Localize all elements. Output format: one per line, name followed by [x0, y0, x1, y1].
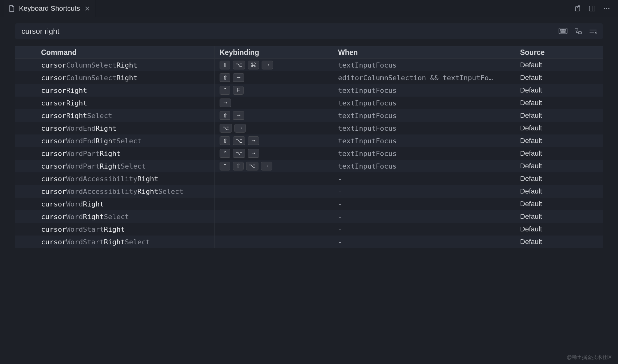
row-gutter: [15, 185, 36, 198]
col-keybinding[interactable]: Keybinding: [215, 46, 333, 58]
tab-keyboard-shortcuts[interactable]: Keyboard Shortcuts: [4, 0, 95, 17]
row-gutter: [15, 198, 36, 210]
row-gutter: [15, 147, 36, 160]
when-cell: -: [333, 223, 515, 236]
keybinding-cell: ⇧⌥⌘→: [215, 59, 333, 71]
more-actions-icon[interactable]: [603, 5, 610, 12]
svg-rect-8: [562, 29, 563, 30]
when-cell: textInputFocus: [333, 122, 515, 134]
table-row[interactable]: cursorWordAccessibilityRightSelect-Defau…: [15, 185, 603, 198]
key-cap: ⌥: [246, 162, 258, 170]
when-cell: textInputFocus: [333, 109, 515, 122]
command-cell: cursorWordRightSelect: [36, 210, 215, 223]
table-row[interactable]: cursorWordAccessibilityRight-Default: [15, 172, 603, 185]
svg-point-4: [606, 8, 607, 9]
table-row[interactable]: cursorWordPartRightSelect⌃⇧⌥→textInputFo…: [15, 160, 603, 172]
table-row[interactable]: cursorRight⌃FtextInputFocusDefault: [15, 84, 603, 97]
svg-point-5: [608, 8, 609, 9]
sort-precedence-icon[interactable]: [574, 28, 582, 35]
col-source[interactable]: Source: [515, 46, 603, 58]
key-cap: →: [234, 124, 246, 133]
tab-bar: Keyboard Shortcuts: [0, 0, 618, 17]
keybinding-cell: [215, 236, 333, 248]
key-cap: →: [248, 136, 259, 145]
col-gutter: [15, 46, 36, 58]
when-cell: -: [333, 185, 515, 198]
row-gutter: [15, 134, 36, 147]
row-gutter: [15, 59, 36, 71]
shortcuts-table: Command Keybinding When Source cursorCol…: [15, 46, 603, 248]
row-gutter: [15, 71, 36, 84]
file-icon: [9, 5, 15, 12]
table-row[interactable]: cursorWordStartRightSelect-Default: [15, 236, 603, 248]
editor-actions: [574, 0, 618, 17]
col-command[interactable]: Command: [36, 46, 215, 58]
keybinding-cell: [215, 185, 333, 198]
record-keys-icon[interactable]: [559, 28, 567, 35]
table-row[interactable]: cursorColumnSelectRight⇧⌥⌘→textInputFocu…: [15, 59, 603, 71]
when-cell: -: [333, 198, 515, 210]
command-cell: cursorWordPartRightSelect: [36, 160, 215, 172]
row-gutter: [15, 160, 36, 172]
command-cell: cursorColumnSelectRight: [36, 71, 215, 84]
when-cell: textInputFocus: [333, 59, 515, 71]
svg-rect-9: [563, 29, 564, 30]
when-cell: textInputFocus: [333, 147, 515, 160]
svg-rect-12: [575, 29, 578, 31]
row-gutter: [15, 210, 36, 223]
row-gutter: [15, 97, 36, 109]
source-cell: Default: [515, 223, 603, 236]
when-cell: textInputFocus: [333, 160, 515, 172]
split-editor-icon[interactable]: [588, 5, 596, 12]
key-cap: F: [233, 86, 244, 95]
keybinding-cell: ⇧⌥→: [215, 134, 333, 147]
table-row[interactable]: cursorWordStartRight-Default: [15, 223, 603, 236]
open-to-side-icon[interactable]: [574, 5, 581, 12]
clear-search-icon[interactable]: [589, 28, 597, 35]
row-gutter: [15, 122, 36, 134]
table-row[interactable]: cursorRightSelect⇧→textInputFocusDefault: [15, 109, 603, 122]
table-row[interactable]: cursorRight→textInputFocusDefault: [15, 97, 603, 109]
table-row[interactable]: cursorColumnSelectRight⇧→editorColumnSel…: [15, 71, 603, 84]
search-input[interactable]: [21, 27, 559, 36]
source-cell: Default: [515, 71, 603, 84]
col-when[interactable]: When: [333, 46, 515, 58]
command-cell: cursorWordEndRightSelect: [36, 134, 215, 147]
key-cap: ⌃: [220, 162, 230, 170]
table-row[interactable]: cursorWordRightSelect-Default: [15, 210, 603, 223]
search-bar: [15, 23, 603, 39]
source-cell: Default: [515, 160, 603, 172]
close-icon[interactable]: [84, 6, 90, 11]
key-cap: ⇧: [220, 61, 230, 69]
keybinding-cell: ⇧→: [215, 71, 333, 84]
command-cell: cursorRight: [36, 84, 215, 97]
svg-rect-6: [559, 28, 567, 34]
source-cell: Default: [515, 172, 603, 185]
svg-rect-7: [560, 29, 561, 30]
command-cell: cursorWordAccessibilityRightSelect: [36, 185, 215, 198]
table-row[interactable]: cursorWordPartRight⌃⌥→textInputFocusDefa…: [15, 147, 603, 160]
when-cell: textInputFocus: [333, 134, 515, 147]
key-cap: ⇧: [220, 111, 230, 120]
table-row[interactable]: cursorWordRight-Default: [15, 198, 603, 210]
source-cell: Default: [515, 236, 603, 248]
keybinding-cell: [215, 172, 333, 185]
key-cap: ⌥: [233, 136, 245, 145]
command-cell: cursorWordEndRight: [36, 122, 215, 134]
source-cell: Default: [515, 59, 603, 71]
row-gutter: [15, 109, 36, 122]
keybinding-cell: ⌥→: [215, 122, 333, 134]
svg-rect-11: [561, 32, 565, 33]
tab-title: Keyboard Shortcuts: [19, 4, 80, 13]
source-cell: Default: [515, 210, 603, 223]
row-gutter: [15, 223, 36, 236]
when-cell: textInputFocus: [333, 84, 515, 97]
source-cell: Default: [515, 122, 603, 134]
table-row[interactable]: cursorWordEndRight⌥→textInputFocusDefaul…: [15, 122, 603, 134]
source-cell: Default: [515, 134, 603, 147]
table-row[interactable]: cursorWordEndRightSelect⇧⌥→textInputFocu…: [15, 134, 603, 147]
key-cap: →: [233, 111, 244, 120]
key-cap: ⌥: [233, 61, 245, 69]
when-cell: -: [333, 172, 515, 185]
keybinding-cell: ⌃F: [215, 84, 333, 97]
